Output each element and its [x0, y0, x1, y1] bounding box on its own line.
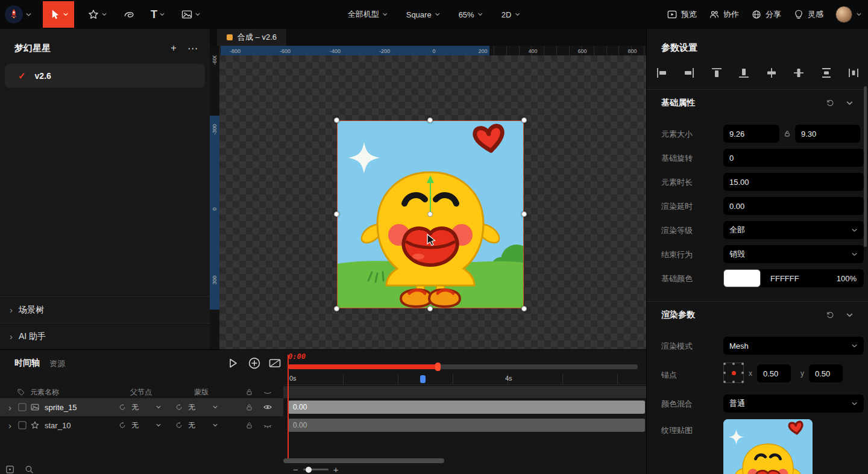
select-tool-button[interactable]: [43, 1, 74, 28]
checkbox-icon[interactable]: [18, 421, 27, 429]
duration-input[interactable]: 15.00: [723, 173, 864, 191]
search-icon[interactable]: [24, 464, 34, 474]
tab-timeline[interactable]: 时间轴: [14, 358, 40, 369]
tab-resources[interactable]: 资源: [49, 358, 65, 369]
composition-tab[interactable]: 合成 – v2.6: [217, 29, 286, 46]
anchor-point-handle[interactable]: [427, 211, 433, 217]
collapse-chevron-icon[interactable]: [846, 99, 854, 107]
anchor-x-input[interactable]: 0.50: [757, 364, 791, 382]
work-area-marker[interactable]: [420, 375, 426, 383]
render-mode-select[interactable]: Mesh: [723, 337, 864, 355]
parent-select[interactable]: 无: [131, 402, 139, 413]
pen-tool-button[interactable]: [118, 1, 140, 28]
reset-icon[interactable]: [825, 310, 835, 320]
align-right-icon[interactable]: [682, 66, 696, 80]
zoom-out-button[interactable]: −: [293, 464, 298, 474]
align-top-icon[interactable]: [710, 66, 723, 80]
visibility-eye-closed-icon[interactable]: [263, 420, 272, 430]
share-button[interactable]: 分享: [751, 9, 781, 20]
dimension-dropdown[interactable]: 2D: [502, 10, 521, 19]
star-tool-button[interactable]: [83, 1, 112, 28]
align-center-vertical-icon[interactable]: [792, 66, 805, 80]
aspect-dropdown[interactable]: Square: [406, 10, 441, 19]
time-tick-4s: 4s: [505, 375, 512, 382]
lock-icon[interactable]: [245, 403, 254, 412]
more-options-button[interactable]: ⋯: [187, 42, 198, 55]
chevron-down-icon[interactable]: [212, 404, 218, 410]
render-level-select[interactable]: 全部: [723, 221, 864, 239]
field-color-blend: 颜色混合 普通: [647, 391, 863, 416]
collaborate-button[interactable]: 协作: [709, 9, 739, 20]
logo-chevron-down-icon[interactable]: [25, 11, 32, 18]
track-bar-sprite[interactable]: 0.00: [288, 401, 645, 414]
size-width-input[interactable]: 9.26: [723, 125, 779, 143]
stage[interactable]: [219, 55, 646, 349]
add-composition-button[interactable]: +: [171, 42, 177, 55]
checkbox-icon[interactable]: [18, 403, 27, 411]
time-ruler[interactable]: [283, 374, 646, 385]
color-hex-input[interactable]: FFFFFF: [770, 274, 799, 283]
mask-select[interactable]: 无: [188, 420, 195, 431]
align-left-icon[interactable]: [655, 66, 668, 80]
end-behavior-select[interactable]: 销毁: [723, 245, 864, 263]
track-bar-star[interactable]: 0.00: [288, 419, 645, 432]
layer-row-star[interactable]: › star_10 无 无: [0, 416, 283, 434]
distribute-vertical-icon[interactable]: [820, 66, 833, 80]
render-delay-input[interactable]: 0.00: [723, 197, 864, 215]
chevron-down-icon[interactable]: [156, 422, 162, 428]
basic-section-header[interactable]: 基础属性: [647, 89, 868, 116]
account-menu[interactable]: [835, 6, 862, 23]
texture-thumbnail[interactable]: [723, 419, 813, 474]
size-height-input[interactable]: 9.30: [795, 125, 860, 143]
add-keyframe-button[interactable]: [247, 356, 262, 370]
play-button[interactable]: [225, 356, 240, 370]
timeline-horizontal-scrollbar[interactable]: [283, 458, 444, 463]
anchor-y-input[interactable]: 0.50: [809, 364, 843, 382]
reset-icon[interactable]: [825, 98, 835, 108]
chevron-down-icon[interactable]: [156, 404, 162, 410]
expand-chevron-icon[interactable]: ›: [8, 402, 11, 413]
zoom-slider-knob[interactable]: [306, 467, 312, 473]
color-alpha-input[interactable]: 100%: [837, 274, 857, 283]
playhead-line[interactable]: [288, 355, 289, 458]
chevron-down-icon[interactable]: [212, 422, 218, 428]
star-type-icon: [30, 420, 40, 430]
selected-sprite[interactable]: [337, 120, 524, 308]
matte-button[interactable]: [268, 356, 282, 370]
size-lock-icon[interactable]: [783, 129, 791, 138]
collapse-chevron-icon[interactable]: [846, 311, 854, 319]
chevron-down-icon: [851, 227, 858, 234]
zoom-dropdown[interactable]: 65%: [459, 10, 483, 19]
timeline-scrubber[interactable]: [288, 364, 638, 369]
lock-icon[interactable]: [245, 421, 254, 430]
visibility-eye-icon[interactable]: [263, 402, 272, 412]
expand-chevron-icon[interactable]: ›: [8, 420, 11, 431]
preview-button[interactable]: 预览: [667, 9, 697, 20]
composition-item-v2-6[interactable]: ✓ v2.6: [5, 64, 205, 88]
viewport-icon[interactable]: [5, 464, 15, 474]
scene-tree-section[interactable]: › 场景树: [0, 296, 210, 323]
render-section-header[interactable]: 渲染参数: [647, 301, 868, 328]
text-tool-button[interactable]: T: [146, 1, 170, 28]
pen-icon: [123, 8, 135, 20]
distribute-horizontal-icon[interactable]: [847, 66, 860, 80]
zoom-slider[interactable]: [303, 469, 329, 470]
zoom-in-button[interactable]: +: [333, 464, 339, 474]
scrubber-handle[interactable]: [435, 363, 441, 371]
color-swatch[interactable]: [723, 269, 761, 287]
image-tool-button[interactable]: [176, 1, 206, 28]
inspiration-button[interactable]: 灵感: [793, 9, 823, 20]
align-center-horizontal-icon[interactable]: [765, 66, 778, 80]
ai-assistant-section[interactable]: › AI 助手: [0, 323, 210, 349]
color-blend-select[interactable]: 普通: [723, 394, 864, 413]
layer-row-sprite[interactable]: › sprite_15 无 无: [0, 398, 283, 416]
align-bottom-icon[interactable]: [737, 66, 750, 80]
rotation-input[interactable]: 0: [723, 149, 864, 167]
alignment-toolbar: [655, 66, 860, 80]
device-dropdown[interactable]: 全部机型: [348, 9, 388, 20]
app-logo[interactable]: [5, 5, 23, 23]
mask-select[interactable]: 无: [188, 402, 195, 413]
anchor-point-selector[interactable]: [723, 363, 744, 383]
parent-select[interactable]: 无: [131, 420, 139, 431]
panel-scrollbar[interactable]: [864, 86, 867, 247]
